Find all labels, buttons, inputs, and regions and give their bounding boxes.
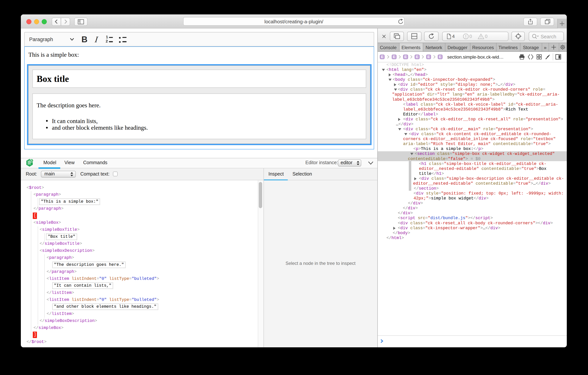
- svg-text:5: 5: [31, 159, 32, 162]
